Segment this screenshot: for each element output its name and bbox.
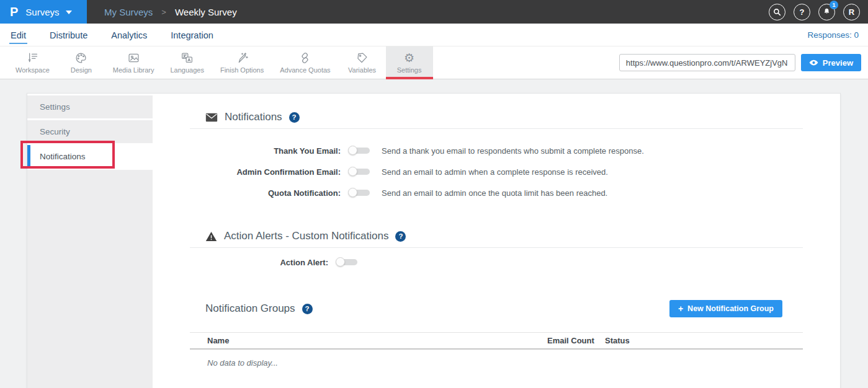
toolbar-item-settings[interactable]: ⚙ Settings [386,46,433,79]
notification-groups-title-wrap: Notification Groups ? [190,302,313,315]
breadcrumb-parent-link[interactable]: My Surveys [104,7,153,17]
notification-groups-table: Name Email Count Status No data to displ… [190,332,803,368]
toggle-knob [348,167,357,176]
translate-icon [181,51,194,64]
user-avatar[interactable]: R [843,4,860,20]
quota-notification-toggle[interactable] [348,188,370,198]
toggle-description: Send a thank you email to respondents wh… [382,146,644,156]
top-bar: P Surveys My Surveys > Weekly Survey ? 1… [0,0,868,24]
toggle-description: Send an email to admin when a complete r… [382,167,608,177]
toolbar-item-label: Advance Quotas [280,66,330,74]
search-icon [773,8,781,16]
column-header-email-count: Email Count [547,336,605,345]
help-icon[interactable]: ? [395,231,406,242]
action-alert-rows: Action Alert: [190,248,803,271]
action-alert-toggle[interactable] [336,257,358,267]
column-header-status: Status [605,336,630,345]
toolbar-item-label: Settings [397,66,422,74]
help-button[interactable]: ? [794,4,810,20]
thank-you-email-row: Thank You Email: Send a thank you email … [190,140,803,161]
breadcrumb-current: Weekly Survey [175,7,237,17]
section-title: Notification Groups [205,302,295,315]
edit-toolbar: Workspace Design Media Library Languages… [0,46,868,79]
survey-url-input[interactable] [619,54,795,71]
admin-confirmation-email-row: Admin Confirmation Email: Send an email … [190,161,803,182]
toolbar-item-advance-quotas[interactable]: Advance Quotas [272,46,338,79]
toolbar-item-finish-options[interactable]: Finish Options [212,46,272,79]
toggle-knob [336,257,345,267]
responses-count[interactable]: Responses: 0 [807,30,859,40]
settings-sidebar: Settings Security Notifications [27,94,153,388]
tab-edit[interactable]: Edit [9,25,27,44]
toolbar-item-label: Workspace [16,66,50,74]
thank-you-email-toggle[interactable] [348,146,370,156]
toggle-description: Send an email to admin once the quota li… [382,188,607,198]
breadcrumb: My Surveys > Weekly Survey [104,7,237,17]
avatar-initial: R [849,7,854,17]
tab-analytics[interactable]: Analytics [110,25,148,44]
new-notification-group-label: New Notification Group [687,304,774,313]
sidebar-filler [27,170,153,388]
toolbar-item-label: Media Library [113,66,154,74]
toggle-knob [348,146,357,155]
search-button[interactable] [769,4,785,20]
workspace-pencil-list-icon [26,51,39,64]
notifications-section-header: Notifications ? [190,106,803,128]
sidebar-item-security[interactable]: Security [27,120,153,143]
tab-integration[interactable]: Integration [169,25,215,44]
toolbar-item-label: Languages [170,66,204,74]
section-title: Action Alerts - Custom Notifications [224,230,388,242]
toolbar-item-media-library[interactable]: Media Library [105,46,163,79]
empty-table-message: No data to display... [190,350,803,368]
chevron-down-icon [66,11,72,14]
toolbar-right: Preview [619,46,868,79]
breadcrumb-separator: > [161,7,166,17]
help-icon[interactable]: ? [302,304,313,314]
toggle-label: Action Alert: [190,258,328,267]
survey-nav: Edit Distribute Analytics Integration Re… [0,24,868,46]
toolbar-item-workspace[interactable]: Workspace [7,46,58,79]
admin-confirmation-email-toggle[interactable] [348,167,370,177]
notification-toggle-rows: Thank You Email: Send a thank you email … [190,129,803,203]
toolbar-item-label: Design [71,66,92,74]
preview-button-label: Preview [823,58,853,68]
brand-area[interactable]: P Surveys [0,0,87,24]
sidebar-item-settings[interactable]: Settings [27,95,153,118]
toolbar-item-variables[interactable]: Variables [339,46,386,79]
plus-icon: + [678,304,683,314]
questionpro-logo-icon: P [10,5,18,19]
toggle-label: Thank You Email: [190,146,341,156]
magic-pen-icon [236,51,249,64]
settings-card: Settings Security Notifications Notifica… [27,93,841,388]
toolbar-item-design[interactable]: Design [58,46,105,79]
product-menu-label: Surveys [25,7,59,17]
notifications-panel: Notifications ? Thank You Email: Send a … [153,94,840,388]
notifications-button[interactable]: 1 [818,4,835,20]
new-notification-group-button[interactable]: + New Notification Group [669,300,782,317]
toggle-label: Quota Notification: [190,188,341,198]
help-icon[interactable]: ? [289,112,300,123]
toolbar-item-languages[interactable]: Languages [162,46,212,79]
toggle-label: Admin Confirmation Email: [190,167,341,177]
settings-content: Settings Security Notifications Notifica… [0,79,868,388]
bell-icon [823,7,831,16]
chain-link-icon [298,51,311,64]
table-header-row: Name Email Count Status [190,332,803,350]
toolbar-item-label: Variables [348,66,376,74]
action-alert-row: Action Alert: [190,253,803,271]
palette-icon [74,51,87,64]
sidebar-item-label: Settings [40,102,70,112]
envelope-icon [205,113,218,122]
preview-button[interactable]: Preview [801,54,861,71]
gear-icon: ⚙ [404,51,414,64]
sidebar-item-notifications[interactable]: Notifications [27,145,153,168]
quota-notification-row: Quota Notification: Send an email to adm… [190,182,803,203]
question-mark-icon: ? [800,7,805,17]
section-title: Notifications [225,111,282,123]
tag-icon [356,51,369,64]
tab-distribute[interactable]: Distribute [48,25,89,44]
eye-icon [809,59,818,66]
action-alerts-section-header: Action Alerts - Custom Notifications ? [190,225,803,247]
warning-triangle-icon [205,231,217,242]
image-icon [127,51,140,64]
